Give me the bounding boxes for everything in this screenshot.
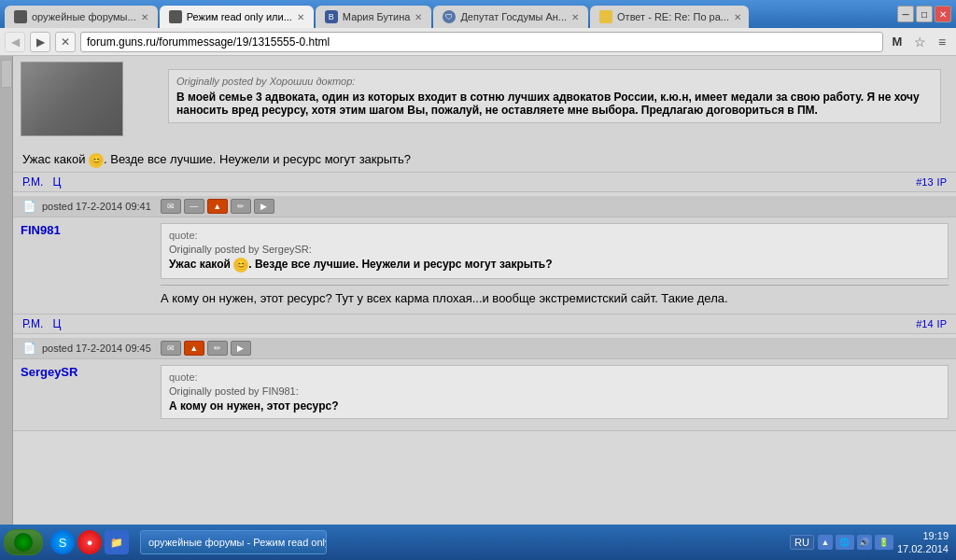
post-date-13: posted 17-2-2014 09:41	[42, 201, 151, 212]
bookmark-icon[interactable]: ☆	[910, 33, 929, 51]
system-tray: ▲ 🌐 🔊 🔋	[818, 535, 893, 550]
skype-icon[interactable]: S	[50, 530, 75, 554]
tab-favicon-4: 🛡	[443, 10, 456, 23]
tab-3[interactable]: B Мария Бутина ✕	[316, 6, 432, 28]
tool-arrow-13[interactable]: ▶	[254, 199, 274, 214]
address-bar[interactable]	[80, 32, 883, 52]
post-right-13: quote: Originally posted by SergeySR: Уж…	[153, 217, 956, 314]
tray-icon-sound[interactable]: 🔊	[857, 535, 872, 550]
taskbar-items: оружейные форумы - Режим read only или..…	[136, 530, 782, 554]
post-footer-13: Р.М. Ц #14 IP	[13, 314, 956, 333]
emoji-smile-top: 😊	[89, 153, 104, 168]
forward-button[interactable]: ▶	[30, 32, 50, 52]
post-left-14: SergeySR	[13, 359, 153, 430]
forum-content[interactable]: Originally posted by Хорошии доктор: В м…	[13, 56, 956, 525]
post-date-14: posted 17-2-2014 09:45	[42, 343, 151, 354]
tab-5-label: Ответ - RE: Re: По ра...	[617, 11, 729, 22]
quote-orig-label-13: Originally posted by SergeySR:	[169, 244, 940, 255]
post-right-14: quote: Originally posted by FIN981: А ко…	[153, 359, 956, 430]
top-quoted-block: Originally posted by Хорошии доктор: В м…	[168, 69, 941, 123]
folder-icon[interactable]: 📁	[105, 530, 129, 554]
tab-1-close[interactable]: ✕	[141, 12, 148, 22]
ip-link-13[interactable]: IP	[937, 318, 947, 329]
tab-favicon-5	[599, 10, 612, 23]
tab-3-close[interactable]: ✕	[415, 12, 422, 22]
close-button[interactable]: ✕	[935, 6, 951, 22]
chrome-icon[interactable]: ●	[77, 530, 102, 554]
tab-favicon-2	[169, 10, 182, 23]
tab-1[interactable]: оружейные форумы... ✕	[5, 6, 158, 28]
tool-quote-14[interactable]: ✉	[161, 341, 181, 356]
quote-label-13: quote:	[169, 230, 940, 241]
tray-icon-1[interactable]: ▲	[818, 535, 833, 550]
post-body-text-top: Ужас какой 😊. Везде все лучшие. Неужели …	[22, 152, 411, 166]
post-body-top: Ужас какой 😊. Везде все лучшие. Неужели …	[13, 146, 956, 172]
tool-warn-14[interactable]: ▲	[184, 341, 204, 356]
post-meta-14: 📄 posted 17-2-2014 09:45 ✉ ▲ ✏ ▶	[13, 338, 956, 359]
quote-label-top: Originally posted by Хорошии доктор:	[176, 76, 933, 87]
language-indicator[interactable]: RU	[790, 535, 814, 550]
tool-pencil-14[interactable]: ✏	[207, 341, 228, 356]
quote-orig-label-14: Originally posted by FIN981:	[169, 385, 940, 397]
post-left-top	[13, 56, 153, 146]
emoji-smile-13: 😊	[233, 258, 248, 273]
taskbar-item-browser[interactable]: оружейные форумы - Режим read only или..…	[140, 530, 327, 554]
titlebar: оружейные форумы... ✕ Режим read only ил…	[0, 0, 956, 28]
tool-edit-13[interactable]: —	[184, 199, 204, 214]
back-button[interactable]: ◀	[5, 32, 25, 52]
minimize-button[interactable]: ─	[897, 6, 914, 22]
post-tools-13: ✉ — ▲ ✏ ▶	[161, 199, 274, 214]
windows-logo	[14, 533, 33, 552]
navigation-toolbar: ◀ ▶ ✕ M ☆ ≡	[0, 28, 956, 56]
avatar-top	[21, 62, 123, 136]
taskbar-right: RU ▲ 🌐 🔊 🔋 19:19 17.02.2014	[786, 529, 952, 556]
post-tools-14: ✉ ▲ ✏ ▶	[161, 341, 251, 356]
cite-link-13[interactable]: Ц	[52, 317, 61, 330]
tab-4[interactable]: 🛡 Депутат Госдумы Ан... ✕	[433, 6, 588, 28]
tab-2[interactable]: Режим read only или... ✕	[160, 6, 314, 28]
post-meta-13: 📄 posted 17-2-2014 09:41 ✉ — ▲ ✏ ▶	[13, 196, 956, 217]
tool-warn-13[interactable]: ▲	[207, 199, 228, 214]
ip-link-top[interactable]: IP	[937, 176, 947, 188]
tool-quote-13[interactable]: ✉	[161, 199, 181, 214]
quote-label-14: quote:	[169, 371, 940, 383]
divider-13	[161, 285, 949, 286]
clock-time: 19:19	[897, 529, 949, 542]
menu-icon[interactable]: ≡	[933, 33, 951, 51]
post-top-layout: Originally posted by Хорошии доктор: В м…	[13, 56, 956, 146]
post-num-top[interactable]: #13	[916, 176, 933, 188]
tab-1-label: оружейные форумы...	[32, 11, 136, 22]
start-button[interactable]	[4, 529, 43, 555]
tab-5-close[interactable]: ✕	[734, 12, 741, 22]
tray-icon-network[interactable]: 🌐	[836, 535, 854, 550]
side-navigation	[0, 56, 13, 525]
motorola-icon[interactable]: M	[888, 33, 907, 51]
tray-icon-battery[interactable]: 🔋	[875, 535, 893, 550]
tab-favicon-1	[14, 10, 27, 23]
maximize-button[interactable]: □	[916, 6, 933, 22]
tab-4-close[interactable]: ✕	[571, 12, 579, 22]
taskbar-item-label: оружейные форумы - Режим read only или..…	[148, 537, 327, 548]
author-link-14[interactable]: SergeySR	[21, 365, 77, 379]
taskbar: S ● 📁 оружейные форумы - Режим read only…	[0, 525, 956, 560]
pm-link-13[interactable]: Р.М.	[22, 317, 43, 330]
author-link-13[interactable]: FIN981	[21, 223, 61, 237]
tool-arrow-14[interactable]: ▶	[231, 341, 251, 356]
window-controls: ─ □ ✕	[897, 6, 951, 22]
stop-button[interactable]: ✕	[55, 32, 76, 52]
browser-window: оружейные форумы... ✕ Режим read only ил…	[0, 0, 956, 560]
post-doc-icon-14: 📄	[22, 342, 36, 355]
toolbar-right: M ☆ ≡	[888, 33, 951, 51]
side-item[interactable]	[1, 60, 12, 88]
pm-link-top[interactable]: Р.М.	[22, 175, 43, 189]
clock-date: 17.02.2014	[897, 542, 949, 555]
post-num-13[interactable]: #14	[916, 318, 933, 329]
tool-pencil-13[interactable]: ✏	[231, 199, 251, 214]
content-area: Originally posted by Хорошии доктор: В м…	[0, 56, 956, 525]
post-footer-top: Р.М. Ц #13 IP	[13, 172, 956, 191]
tab-2-close[interactable]: ✕	[297, 12, 304, 22]
cite-link-top[interactable]: Ц	[52, 175, 61, 189]
quote-block-13: quote: Originally posted by SergeySR: Уж…	[161, 223, 949, 279]
quote-text-13: Ужас какой 😊. Везде все лучшие. Неужели …	[169, 258, 940, 273]
tab-5[interactable]: Ответ - RE: Re: По ра... ✕	[590, 6, 749, 28]
